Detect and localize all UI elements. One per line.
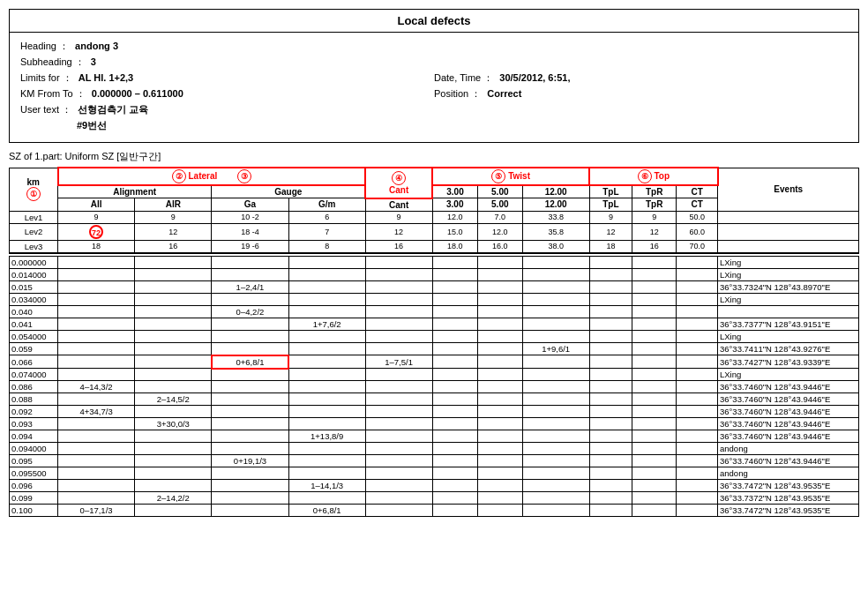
usertext2-left: #9번선 bbox=[20, 119, 848, 132]
data-ga: 0+6,8/1 bbox=[212, 355, 288, 369]
data-12 bbox=[522, 281, 589, 294]
data-alr bbox=[135, 294, 212, 306]
data-ct bbox=[677, 331, 718, 343]
data-cant bbox=[365, 269, 432, 281]
table-row: 0.074000 LXing bbox=[10, 369, 859, 381]
data-all bbox=[58, 343, 135, 355]
data-5 bbox=[478, 430, 523, 443]
data-5 bbox=[478, 318, 523, 331]
limits-value: AL Hl. 1+2,3 bbox=[79, 72, 133, 83]
data-ga bbox=[212, 318, 288, 331]
lev-ct: 60.0 bbox=[677, 223, 718, 240]
data-tpr bbox=[632, 393, 676, 406]
data-12 bbox=[522, 306, 589, 318]
data-km: 0.040 bbox=[10, 306, 58, 318]
table-row: 0.093 3+30,0/3 36°33.7460"N 128°43.9446"… bbox=[10, 418, 859, 430]
lev-5: 7.0 bbox=[478, 211, 523, 223]
data-events: 36°33.7460"N 128°43.9446"E bbox=[718, 418, 859, 430]
th-all: All bbox=[58, 198, 135, 212]
data-alr: 2–14,5/2 bbox=[135, 393, 212, 406]
subheading-row: Subheading ： 3 bbox=[20, 56, 848, 69]
usertext-value2: #9번선 bbox=[77, 120, 107, 131]
table-row: 0.094000 andong bbox=[10, 443, 859, 455]
table-row: 0.095500 andong bbox=[10, 467, 859, 480]
lev-tpr: 16 bbox=[632, 240, 676, 253]
th-12: 12.00 bbox=[522, 185, 589, 198]
data-5 bbox=[478, 281, 523, 294]
data-tpr bbox=[632, 480, 676, 492]
data-events: 36°33.7460"N 128°43.9446"E bbox=[718, 455, 859, 467]
data-ga bbox=[212, 343, 288, 355]
data-5 bbox=[478, 331, 523, 343]
position-value: Correct bbox=[487, 88, 521, 99]
circle-3: ③ bbox=[237, 169, 251, 183]
table-row: 0.094 1+13,8/9 36°33.7460"N 128°43.9446"… bbox=[10, 430, 859, 443]
lev-row: Lev3 18 16 19 -6 8 16 18.0 16.0 38.0 18 … bbox=[10, 240, 859, 253]
data-3 bbox=[432, 505, 478, 517]
data-alr bbox=[135, 281, 212, 294]
data-events: LXing bbox=[718, 294, 859, 306]
data-3 bbox=[432, 443, 478, 455]
data-alr bbox=[135, 369, 212, 381]
data-gm bbox=[288, 269, 365, 281]
data-events: 36°33.7427"N 128°43.9339"E bbox=[718, 355, 859, 369]
data-5 bbox=[478, 369, 523, 381]
data-events: LXing bbox=[718, 331, 859, 343]
data-ct bbox=[677, 318, 718, 331]
data-tpl bbox=[589, 343, 632, 355]
data-3 bbox=[432, 467, 478, 480]
data-km: 0.086 bbox=[10, 381, 58, 393]
data-tpl bbox=[589, 306, 632, 318]
data-tpr bbox=[632, 318, 676, 331]
main-page: Local defects Heading ： andong 3 Subhead… bbox=[0, 0, 868, 526]
data-all bbox=[58, 318, 135, 331]
data-ct bbox=[677, 381, 718, 393]
km-value: 0.000000 – 0.611000 bbox=[92, 88, 183, 99]
data-12 bbox=[522, 505, 589, 517]
data-3 bbox=[432, 455, 478, 467]
data-events bbox=[718, 306, 859, 318]
data-all bbox=[58, 257, 135, 269]
data-km: 0.034000 bbox=[10, 294, 58, 306]
data-gm bbox=[288, 306, 365, 318]
th-events: Events bbox=[718, 168, 859, 211]
data-km: 0.093 bbox=[10, 418, 58, 430]
data-tpr bbox=[632, 369, 676, 381]
data-3 bbox=[432, 393, 478, 406]
data-cant bbox=[365, 257, 432, 269]
data-tpl bbox=[589, 294, 632, 306]
data-all: 4+34,7/3 bbox=[58, 406, 135, 418]
data-gm bbox=[288, 406, 365, 418]
data-km: 0.014000 bbox=[10, 269, 58, 281]
data-ga: 0+19,1/3 bbox=[212, 455, 288, 467]
data-3 bbox=[432, 318, 478, 331]
data-tpr bbox=[632, 455, 676, 467]
lev-cant: 12 bbox=[365, 223, 432, 240]
data-ga bbox=[212, 406, 288, 418]
data-ct bbox=[677, 257, 718, 269]
table-row: 0.054000 LXing bbox=[10, 331, 859, 343]
lev-cant: 9 bbox=[365, 211, 432, 223]
lev-12: 35.8 bbox=[522, 223, 589, 240]
data-ct bbox=[677, 269, 718, 281]
data-tpr bbox=[632, 505, 676, 517]
data-cant bbox=[365, 281, 432, 294]
lev-3: 12.0 bbox=[432, 211, 478, 223]
data-5 bbox=[478, 269, 523, 281]
km-row: KM From To ： 0.000000 – 0.611000 Positio… bbox=[20, 87, 848, 101]
twist-label: Twist bbox=[508, 171, 530, 181]
table-row: 0.100 0–17,1/3 0+6,8/1 36°33.7472"N 128°… bbox=[10, 505, 859, 517]
data-ct bbox=[677, 406, 718, 418]
data-all bbox=[58, 480, 135, 492]
data-12 bbox=[522, 492, 589, 505]
data-tpl bbox=[589, 355, 632, 369]
heading-row: Heading ： andong 3 bbox=[20, 40, 848, 53]
data-events: 36°33.7472"N 128°43.9535"E bbox=[718, 505, 859, 517]
data-tpl bbox=[589, 455, 632, 467]
data-events: LXing bbox=[718, 257, 859, 269]
data-all bbox=[58, 331, 135, 343]
lev-ga: 18 -4 bbox=[212, 223, 288, 240]
data-tpr bbox=[632, 343, 676, 355]
th-alr: AlR bbox=[135, 198, 212, 212]
data-all bbox=[58, 430, 135, 443]
